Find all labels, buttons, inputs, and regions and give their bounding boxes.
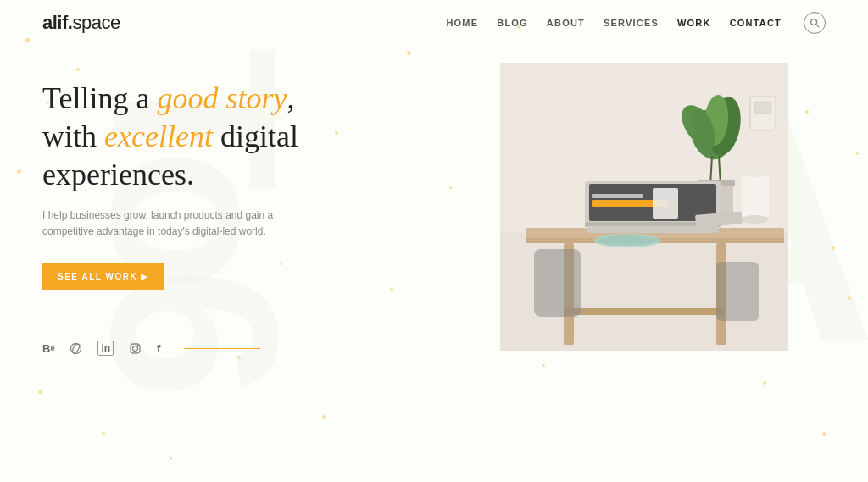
svg-point-21 xyxy=(742,169,769,177)
headline-comma: , xyxy=(287,81,294,115)
headline-highlight2: excellent xyxy=(104,119,213,153)
svg-rect-36 xyxy=(654,190,676,200)
social-icons-row: Bé in f xyxy=(42,341,449,356)
headline-post2: digital xyxy=(213,119,298,153)
facebook-icon[interactable]: f xyxy=(157,342,160,355)
nav-services[interactable]: SERVICES xyxy=(604,18,659,28)
logo[interactable]: alif.space xyxy=(42,12,120,34)
desk-scene-svg xyxy=(500,63,788,351)
svg-point-40 xyxy=(598,235,657,246)
svg-point-5 xyxy=(133,346,138,351)
headline-with: with xyxy=(42,119,104,153)
dribbble-icon[interactable] xyxy=(70,342,82,355)
headline-highlight1: good story xyxy=(157,81,287,115)
hero-subtext: I help businesses grow, launch products … xyxy=(42,208,288,240)
svg-point-22 xyxy=(742,215,769,224)
main-content: Telling a good story, with excellent dig… xyxy=(0,46,868,356)
svg-line-1 xyxy=(816,25,819,27)
instagram-icon[interactable] xyxy=(129,342,142,355)
nav-about[interactable]: ABOUT xyxy=(547,18,585,28)
search-icon xyxy=(810,18,820,28)
social-divider-line xyxy=(184,348,260,350)
nav-home[interactable]: HOME xyxy=(446,18,478,28)
nav-blog[interactable]: BLOG xyxy=(497,18,528,28)
headline-experiences: experiences. xyxy=(42,158,194,191)
hero-left: Telling a good story, with excellent dig… xyxy=(42,54,449,356)
svg-rect-29 xyxy=(716,262,759,321)
svg-point-6 xyxy=(137,345,138,346)
headline-pre: Telling a xyxy=(42,81,157,115)
svg-rect-27 xyxy=(564,308,726,315)
cta-button[interactable]: SEE ALL WORK ▶ xyxy=(42,263,164,290)
svg-rect-28 xyxy=(534,249,581,317)
behance-icon[interactable]: Bé xyxy=(42,342,54,355)
svg-rect-20 xyxy=(742,173,769,219)
logo-bold: alif. xyxy=(42,12,72,33)
search-button[interactable] xyxy=(804,12,826,34)
header: alif.space HOME BLOG ABOUT SERVICES WORK… xyxy=(0,0,868,46)
hero-image xyxy=(500,63,788,351)
nav-work[interactable]: WORK xyxy=(677,18,711,28)
nav-contact[interactable]: CONTACT xyxy=(730,18,782,28)
svg-rect-34 xyxy=(592,194,643,198)
hero-headline: Telling a good story, with excellent dig… xyxy=(42,80,449,194)
svg-rect-10 xyxy=(754,102,771,114)
main-nav: HOME BLOG ABOUT SERVICES WORK CONTACT xyxy=(446,12,826,34)
linkedin-icon[interactable]: in xyxy=(97,341,114,356)
logo-light: space xyxy=(72,12,120,33)
svg-point-0 xyxy=(811,19,817,25)
